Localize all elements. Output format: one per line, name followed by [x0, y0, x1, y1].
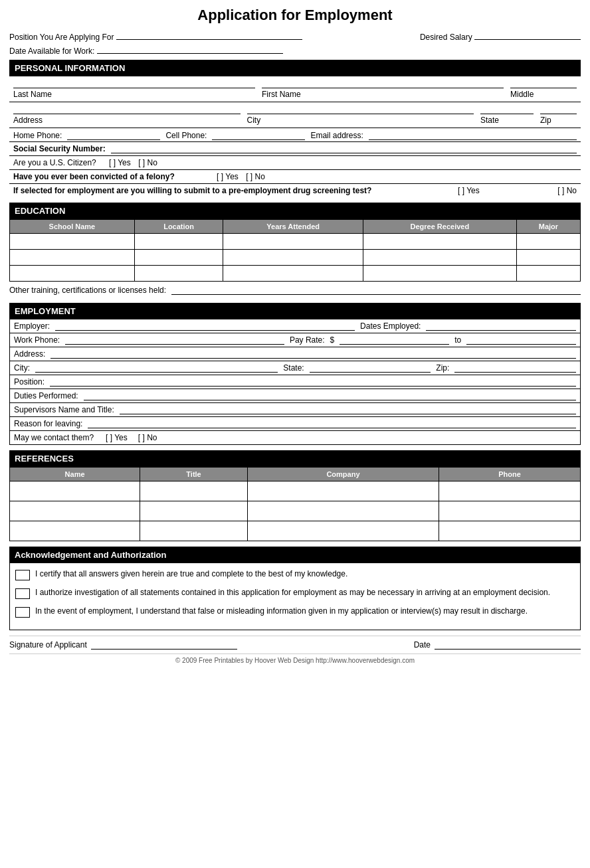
- edu-cell-0-0[interactable]: [10, 234, 135, 250]
- references-header: REFERENCES: [9, 450, 581, 467]
- ref-cell-1-0[interactable]: [10, 501, 140, 521]
- middle-name-group: Middle: [510, 79, 577, 99]
- employer-input[interactable]: [55, 321, 355, 331]
- edu-cell-0-4[interactable]: [516, 234, 580, 250]
- home-phone-input[interactable]: [67, 131, 160, 140]
- emp-duties-label: Duties Performed:: [14, 391, 78, 400]
- education-header: EDUCATION: [9, 203, 581, 219]
- emp-position-label: Position:: [14, 377, 45, 387]
- citizen-yes-group: [ ] Yes: [109, 158, 133, 167]
- references-table: Name Title Company Phone: [9, 467, 581, 541]
- other-training-input[interactable]: [171, 286, 581, 295]
- emp-city-input[interactable]: [35, 363, 278, 373]
- first-name-input[interactable]: [262, 79, 504, 88]
- personal-info-header: PERSONAL INFORMATION: [9, 60, 581, 76]
- emp-city-label: City:: [14, 363, 30, 373]
- edu-cell-0-3[interactable]: [363, 234, 516, 250]
- state-input[interactable]: [480, 105, 534, 114]
- personal-info-section: PERSONAL INFORMATION Last Name First Nam…: [9, 60, 581, 197]
- email-input[interactable]: [369, 131, 577, 140]
- ref-cell-2-1[interactable]: [140, 521, 248, 541]
- state-label: State: [480, 116, 534, 125]
- phone-payrate-row: Work Phone: Pay Rate: $ to: [10, 333, 580, 347]
- address-input[interactable]: [13, 105, 241, 114]
- pay-rate-input[interactable]: [340, 335, 449, 345]
- edu-cell-1-2[interactable]: [223, 250, 363, 266]
- felony-yes-group: [ ] Yes: [217, 172, 241, 181]
- ref-cell-1-1[interactable]: [140, 501, 248, 521]
- zip-label: Zip: [540, 116, 577, 125]
- first-name-label: First Name: [262, 90, 504, 99]
- city-group: City: [247, 105, 474, 125]
- emp-supervisor-input[interactable]: [120, 405, 576, 414]
- ack-text-1: I certify that all answers given herein …: [35, 568, 575, 580]
- pay-rate-to-input[interactable]: [466, 335, 576, 345]
- edu-cell-0-1[interactable]: [134, 234, 223, 250]
- dates-employed-input[interactable]: [426, 321, 576, 331]
- pay-rate-label: Pay Rate:: [290, 335, 325, 345]
- salary-field-group: Desired Salary: [420, 31, 581, 42]
- ref-cell-1-3[interactable]: [439, 501, 581, 521]
- ref-cell-2-3[interactable]: [439, 521, 581, 541]
- emp-zip-label: Zip:: [436, 363, 449, 373]
- emp-position-input[interactable]: [50, 377, 576, 387]
- ack-checkbox-2[interactable]: [15, 588, 30, 599]
- ref-cell-1-2[interactable]: [247, 501, 439, 521]
- edu-cell-2-2[interactable]: [223, 266, 363, 282]
- last-name-label: Last Name: [13, 90, 255, 99]
- date-available-input[interactable]: [97, 44, 283, 54]
- page-title: Application for Employment: [9, 7, 581, 24]
- state-group: State: [480, 105, 534, 125]
- cell-phone-input[interactable]: [212, 131, 305, 140]
- ack-item-2: I authorize investigation of all stateme…: [15, 587, 575, 599]
- emp-address-input[interactable]: [50, 349, 576, 359]
- emp-state-label: State:: [283, 363, 304, 373]
- edu-cell-1-4[interactable]: [516, 250, 580, 266]
- ack-checkbox-3[interactable]: [15, 607, 30, 618]
- last-name-group: Last Name: [13, 79, 255, 99]
- edu-cell-1-1[interactable]: [134, 250, 223, 266]
- edu-cell-2-3[interactable]: [363, 266, 516, 282]
- ref-cell-0-1[interactable]: [140, 481, 248, 501]
- zip-input[interactable]: [540, 105, 577, 114]
- ref-cell-2-2[interactable]: [247, 521, 439, 541]
- zip-group: Zip: [540, 105, 577, 125]
- work-phone-input[interactable]: [65, 335, 284, 345]
- salary-input[interactable]: [474, 31, 581, 40]
- middle-name-input[interactable]: [510, 79, 577, 88]
- edu-cell-0-2[interactable]: [223, 234, 363, 250]
- emp-state-input[interactable]: [310, 363, 431, 373]
- date-sig-input[interactable]: [435, 640, 581, 650]
- ref-cell-2-0[interactable]: [10, 521, 140, 541]
- ack-checkbox-1[interactable]: [15, 570, 30, 580]
- date-available-label: Date Available for Work:: [9, 46, 94, 56]
- emp-contact-label: May we contact them?: [14, 433, 94, 442]
- applicant-sig-input[interactable]: [91, 640, 237, 650]
- emp-city-row: City: State: Zip:: [10, 361, 580, 375]
- last-name-input[interactable]: [13, 79, 255, 88]
- emp-reason-input[interactable]: [88, 419, 576, 428]
- ack-item-1: I certify that all answers given herein …: [15, 568, 575, 580]
- emp-zip-input[interactable]: [454, 363, 576, 373]
- employment-body: Employer: Dates Employed: Work Phone: Pa…: [9, 319, 581, 445]
- date-available-group: Date Available for Work:: [9, 44, 581, 56]
- edu-cell-1-3[interactable]: [363, 250, 516, 266]
- drug-label: If selected for employment are you willi…: [13, 186, 371, 195]
- ref-cell-0-3[interactable]: [439, 481, 581, 501]
- position-input[interactable]: [116, 31, 302, 40]
- ref-cell-0-0[interactable]: [10, 481, 140, 501]
- edu-cell-2-0[interactable]: [10, 266, 135, 282]
- drug-yes-group: [ ] Yes: [458, 186, 480, 195]
- ssn-input[interactable]: [111, 144, 577, 153]
- citizen-no-group: [ ] No: [138, 158, 157, 167]
- pay-rate-to: to: [454, 335, 461, 345]
- edu-cell-1-0[interactable]: [10, 250, 135, 266]
- city-input[interactable]: [247, 105, 474, 114]
- emp-duties-input[interactable]: [84, 391, 576, 400]
- edu-cell-2-4[interactable]: [516, 266, 580, 282]
- emp-contact-no-group: [ ] No: [138, 433, 157, 442]
- edu-cell-2-1[interactable]: [134, 266, 223, 282]
- ref-cell-0-2[interactable]: [247, 481, 439, 501]
- ssn-label: Social Security Number:: [13, 144, 106, 153]
- employer-row: Employer: Dates Employed:: [10, 319, 580, 333]
